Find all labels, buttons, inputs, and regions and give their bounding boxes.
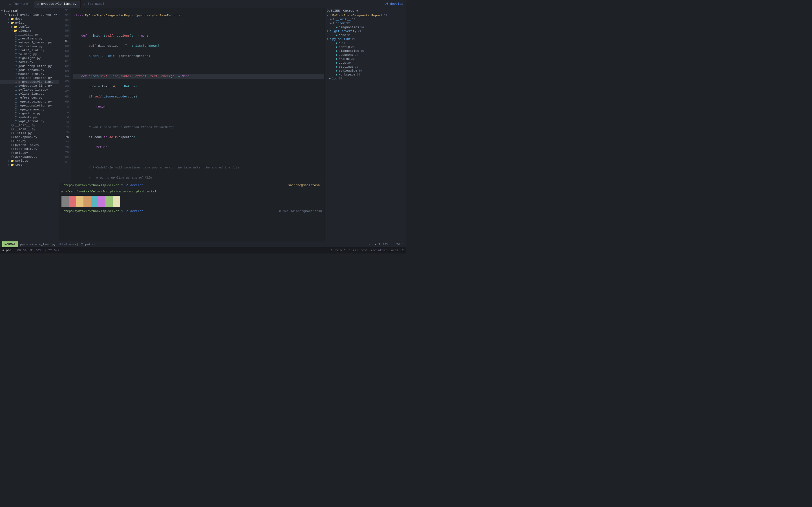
outline-item-config[interactable]: ◆ config 25 <box>324 45 406 49</box>
sidebar-pyflakes[interactable]: ⬡ pyflakes_lint.py <box>0 88 59 92</box>
utils-label: _utils.py <box>15 131 32 135</box>
outline-item-opts[interactable]: ◆ opts 29 <box>324 61 406 65</box>
sidebar-lsp[interactable]: ⬡ lsp.py <box>0 139 59 143</box>
sidebar-init-py[interactable]: ⬡ __init__.py <box>0 33 59 37</box>
sidebar-mccabe[interactable]: ⬡ mccabe_lint.py <box>0 72 59 76</box>
sidebar-references[interactable]: ⬡ references.py <box>0 96 59 100</box>
terminal-area: ~/repo/syntax/python-lsp-server ⌥ ⎇ deve… <box>59 182 324 241</box>
status-indicator: en <box>369 243 372 246</box>
sidebar-jedi-rename[interactable]: ⬡ jedi_rename.py <box>0 68 59 72</box>
sidebar-workspace[interactable]: ⬡ workspace.py <box>0 155 59 159</box>
term-elapsed: 0.04s <box>279 210 289 213</box>
outline-type-init: f <box>333 18 335 21</box>
sidebar-file[interactable]: ▼ [FILE] python-lsp-server ~/r <box>0 13 59 17</box>
sidebar-docs[interactable]: ▶ 📁 docs <box>0 17 59 21</box>
sidebar-pycodestyle[interactable]: ⬡ 2 pycodestyle_lint. <box>0 80 59 84</box>
sidebar-init2[interactable]: ⬡ __init__.py <box>0 123 59 127</box>
sidebar-resolvers[interactable]: ⬡ _resolvers.py <box>0 37 59 41</box>
sidebar-pydocstyle[interactable]: ⬡ pydocstyle_lint.py <box>0 84 59 88</box>
rope-rename-file-icon: ⬡ <box>15 108 17 111</box>
outline-item-document[interactable]: ◆ document 24 <box>324 53 406 57</box>
main-label: __main__.py <box>15 128 36 131</box>
tab-2[interactable]: 2 pycodestyle_lint.py <box>34 0 81 8</box>
sidebar-uris[interactable]: ⬡ uris.py <box>0 151 59 155</box>
config-folder-icon: 📁 <box>14 25 17 29</box>
sidebar-definition[interactable]: ⬡ definition.py <box>0 45 59 48</box>
code-editor[interactable]: 51 52 53 54 55 56 57 58 59 60 61 62 63 6… <box>59 8 324 182</box>
sidebar-test[interactable]: ▶ 📁 test <box>0 163 59 167</box>
outline-item-severity[interactable]: ▼ f _get_severity 91 <box>324 29 406 33</box>
code-line-64: return <box>73 145 324 150</box>
mccabe-label: mccabe_lint.py <box>18 72 44 76</box>
mccabe-file-icon: ⬡ <box>15 72 17 76</box>
scripts-label: scripts <box>15 159 28 163</box>
outline-item-styleguide[interactable]: ◆ styleguide 39 <box>324 69 406 73</box>
sidebar-autopep8[interactable]: ⬡ autopep8_format.py <box>0 41 59 45</box>
tab-3-num: 3 <box>84 2 86 6</box>
outline-name-opts: opts <box>339 61 346 64</box>
sidebar-pylint[interactable]: ⬡ pylint_lint.py <box>0 92 59 96</box>
outline-expand-pylsp: ▼ <box>327 38 328 41</box>
outline-item-diagnostics2[interactable]: ◆ diagnostics 46 <box>324 49 406 53</box>
outline-num-pylsp: 24 <box>352 38 356 41</box>
outline-item-settings[interactable]: ◆ settings 26 <box>324 65 406 69</box>
sidebar-symbols[interactable]: ⬡ symbols.py <box>0 115 59 119</box>
term-git-icon-3: ⌥ <box>121 210 124 213</box>
sidebar-hookspecs[interactable]: ⬡ hookspecs.py <box>0 135 59 139</box>
sidebar-rope-rename[interactable]: ⬡ rope_rename.py <box>0 108 59 112</box>
outline-name-workspace: workspace <box>339 73 355 76</box>
sidebar-text-edit[interactable]: ⬡ text_edit.py <box>0 147 59 151</box>
sidebar-python-lsp[interactable]: ⬡ python_lsp.py <box>0 143 59 147</box>
sidebar-config[interactable]: ▶ 📁 config <box>0 25 59 29</box>
nvim-label: nvim <box>335 249 342 252</box>
sidebar-plugins[interactable]: ▼ 📂 plugins <box>0 29 59 33</box>
outline-expand-init: ▶ <box>330 18 332 21</box>
sidebar-scripts[interactable]: ▶ 📁 scripts <box>0 159 59 163</box>
test-folder-icon: 📁 <box>10 163 14 166</box>
outline-item-diagnostics[interactable]: ◆ diagnostics 54 <box>324 25 406 29</box>
outline-item-workspace[interactable]: ◆ workspace 24 <box>324 73 406 76</box>
sidebar-folding[interactable]: ⬡ folding.py <box>0 52 59 56</box>
sidebar-flake8[interactable]: ⬡ flake8_lint.py <box>0 48 59 52</box>
references-label: references.py <box>18 96 43 100</box>
outline-item-code[interactable]: ◆ code 91 <box>324 33 406 37</box>
code-line-67: # e.g. no newline at end of file <box>73 175 324 180</box>
outline-item-init[interactable]: ▶ f __init__ 53 <box>324 17 406 21</box>
sidebar-utils[interactable]: ⬡ _utils.py <box>0 131 59 135</box>
jedi-rename-file-icon: ⬡ <box>15 68 17 72</box>
outline-item-log[interactable]: ◆ log 20 <box>324 76 406 80</box>
rope-completion-label: rope_completion.py <box>18 104 52 107</box>
pycodestyle-file-icon: ⬡ <box>15 80 17 83</box>
sidebar-pylsp[interactable]: ▼ 📂 pylsp <box>0 21 59 25</box>
sidebar-hover[interactable]: ⬡ hover.py <box>0 60 59 64</box>
outline-item-error[interactable]: ▶ f error 57 <box>324 21 406 25</box>
sidebar-main[interactable]: ⬡ __main__.py <box>0 127 59 131</box>
color-blocks <box>59 194 324 208</box>
outline-item-pylsp[interactable]: ▼ f pylsp_lint 24 <box>324 37 406 41</box>
outline-num-workspace: 24 <box>356 73 360 76</box>
sidebar-rope-autoimport[interactable]: ⬡ rope_autoimport.py <box>0 100 59 104</box>
code-content[interactable]: class PyCodeStyleDiagnosticReport(pycode… <box>71 8 324 182</box>
outline-item-c[interactable]: ◆ c 41 <box>324 41 406 45</box>
outline-item-kwargs[interactable]: ◆ kwargs 38 <box>324 57 406 61</box>
sidebar-jedi-completion[interactable]: ⬡ jedi_completion.py <box>0 64 59 68</box>
outline-name-init: __init__ <box>336 18 350 21</box>
tab-3-close-icon[interactable]: × <box>107 3 109 5</box>
outline-name-code: code <box>339 34 346 37</box>
plugins-icon: ▼ <box>11 29 13 32</box>
sidebar-signature[interactable]: ⬡ signature.py <box>0 112 59 115</box>
vim-close-icon[interactable]: ✕ <box>2 2 3 6</box>
outline-type-c: ◆ <box>336 41 338 45</box>
sidebar-yapf[interactable]: ⬡ yapf_format.py <box>0 119 59 123</box>
outline-item-pycode[interactable]: ▼ f PyCodeStyleDiagnosticReport 51 <box>324 13 406 17</box>
config-label: config <box>18 25 30 29</box>
tab-1[interactable]: 1 [No Name] <box>6 0 34 8</box>
tab-3[interactable]: 3 [No Name] × <box>81 0 112 8</box>
sidebar-highlight[interactable]: ⬡ highlight.py <box>0 56 59 60</box>
status-encoding: utf-8[unix] <box>58 243 79 246</box>
sidebar-preload[interactable]: ⬡ preload_imports.py <box>0 76 59 80</box>
code-line-65 <box>73 155 324 160</box>
init-file-icon: ⬡ <box>15 33 17 36</box>
terminal-line-3: ~/repo/syntax/python-lsp-server ⌥ ⎇ deve… <box>59 208 324 214</box>
sidebar-rope-completion[interactable]: ⬡ rope_completion.py <box>0 104 59 108</box>
